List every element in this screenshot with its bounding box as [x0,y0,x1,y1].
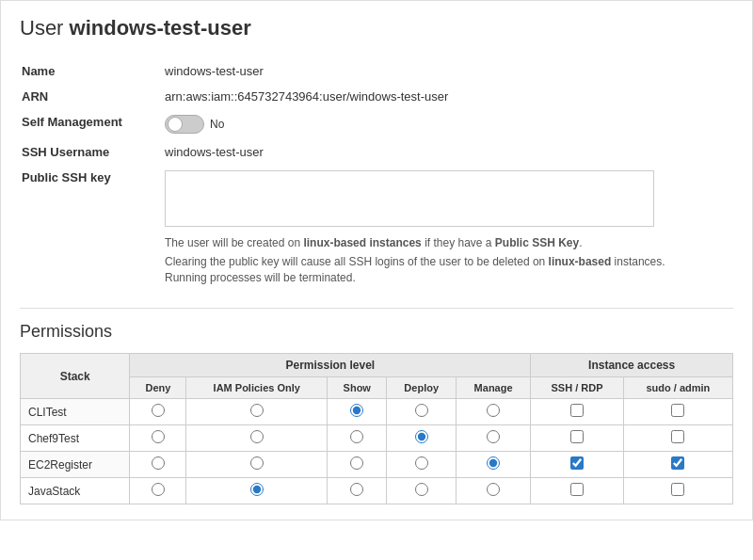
ssh-key-label: Public SSH key [22,166,163,293]
deploy-radio-cell [387,425,456,452]
manage-radio-cell [456,425,530,452]
manage-radio-cell [456,399,530,425]
show-radio[interactable] [350,430,363,443]
ssh-checkbox-cell [531,452,624,478]
manage-radio[interactable] [487,404,500,417]
permissions-table: Stack Permission level Instance access D… [20,353,733,504]
iam-radio-cell [186,478,328,504]
stack-name-cell: JavaStack [21,478,130,504]
arn-label: ARN [22,85,163,108]
manage-radio[interactable] [487,456,500,470]
sudo-checkbox-cell [623,399,732,425]
toggle-container: No [165,115,724,134]
ssh-username-value: windows-test-user [165,140,731,164]
manage-radio-cell [456,478,530,504]
show-radio[interactable] [350,404,363,417]
name-label: Name [22,59,163,83]
note1: The user will be created on linux-based … [165,235,701,251]
deploy-radio[interactable] [415,483,428,496]
iam-radio-cell [186,399,328,425]
deny-radio-cell [130,425,186,452]
deny-radio-cell [130,399,186,425]
sudo-checkbox[interactable] [671,483,684,496]
deploy-radio[interactable] [415,430,428,443]
page-title: User windows-test-user [20,16,733,40]
ssh-checkbox[interactable] [570,483,584,496]
deploy-radio[interactable] [415,456,428,470]
group-header-row: Stack Permission level Instance access [21,354,733,377]
table-row: CLITest [21,399,733,425]
show-radio[interactable] [350,483,363,496]
deploy-radio-cell [387,452,456,478]
page-container: User windows-test-user Name windows-test… [0,0,753,520]
deny-radio[interactable] [152,404,165,417]
sudo-checkbox-cell [623,452,732,478]
toggle-label: No [210,118,224,131]
iam-radio[interactable] [250,483,264,496]
stack-name-cell: Chef9Test [21,425,130,452]
stack-name-cell: EC2Register [21,452,130,478]
ssh-checkbox[interactable] [570,404,584,417]
manage-col-header: Manage [456,377,530,399]
show-radio-cell [328,478,387,504]
ssh-key-notes: The user will be created on linux-based … [165,235,701,285]
instance-access-header: Instance access [531,354,733,377]
sudo-checkbox-cell [623,425,732,452]
iam-radio[interactable] [250,404,264,417]
self-mgmt-toggle[interactable] [165,115,204,134]
sudo-col-header: sudo / admin [623,377,732,399]
toggle-knob [168,117,183,132]
iam-radio-cell [186,425,328,452]
ssh-username-label: SSH Username [22,140,163,164]
deny-radio[interactable] [152,430,165,443]
show-radio-cell [328,452,387,478]
title-prefix: User [20,16,70,40]
deny-col-header: Deny [130,377,186,399]
show-radio-cell [328,399,387,425]
deny-radio-cell [130,452,186,478]
table-row: EC2Register [21,452,733,478]
manage-radio-cell [456,452,530,478]
iam-radio[interactable] [250,430,264,443]
sudo-checkbox[interactable] [671,404,684,417]
sudo-checkbox[interactable] [671,456,684,470]
self-mgmt-label: Self Management [22,110,163,138]
user-info-table: Name windows-test-user ARN arn:aws:iam::… [20,57,733,295]
stack-col-header: Stack [21,354,130,399]
sudo-checkbox[interactable] [671,430,684,443]
ssh-checkbox-cell [531,399,624,425]
ssh-col-header: SSH / RDP [531,377,624,399]
table-row: JavaStack [21,478,733,504]
ssh-checkbox-cell [531,425,624,452]
deny-radio-cell [130,478,186,504]
table-row: Chef9Test [21,425,733,452]
sudo-checkbox-cell [623,478,732,504]
stack-name-cell: CLITest [21,399,130,425]
manage-radio[interactable] [487,430,500,443]
note2: Clearing the public key will cause all S… [165,254,701,286]
deny-radio[interactable] [152,483,165,496]
deploy-radio-cell [387,478,456,504]
ssh-key-cell: The user will be created on linux-based … [165,166,731,293]
name-value: windows-test-user [165,59,731,83]
title-bold: windows-test-user [70,16,251,40]
ssh-checkbox[interactable] [570,430,584,443]
ssh-key-input[interactable] [165,170,654,227]
ssh-checkbox-cell [531,478,624,504]
iam-col-header: IAM Policies Only [186,377,328,399]
arn-value: arn:aws:iam::645732743964:user/windows-t… [165,85,731,108]
deploy-col-header: Deploy [387,377,456,399]
manage-radio[interactable] [487,483,500,496]
iam-radio[interactable] [250,456,264,470]
deploy-radio[interactable] [415,404,428,417]
deploy-radio-cell [387,399,456,425]
permissions-title: Permissions [20,322,733,342]
ssh-checkbox[interactable] [570,456,584,470]
deny-radio[interactable] [152,456,165,470]
show-col-header: Show [328,377,387,399]
permission-level-header: Permission level [130,354,531,377]
show-radio-cell [328,425,387,452]
iam-radio-cell [186,452,328,478]
show-radio[interactable] [350,456,363,470]
section-divider [20,308,733,309]
